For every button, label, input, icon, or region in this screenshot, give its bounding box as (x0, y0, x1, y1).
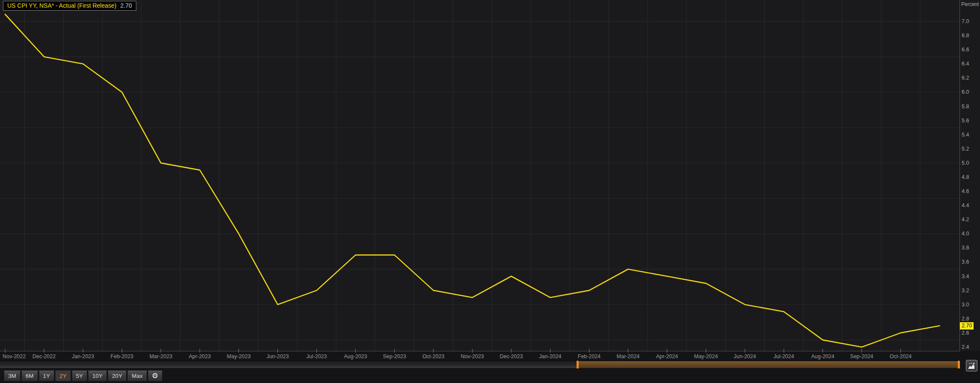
range-button-20y[interactable]: 20Y (108, 371, 127, 381)
x-axis-tick-label: Jul-2023 (306, 353, 327, 360)
y-axis-tick-label: 5.8 (962, 104, 980, 110)
cpi-line-chart[interactable] (0, 0, 980, 364)
x-axis-tick-label: Feb-2024 (578, 353, 601, 360)
x-axis-tick-label: Nov-2022 (3, 353, 26, 360)
x-axis-tick-label: May-2024 (694, 353, 718, 360)
x-axis-tick-label: Aug-2024 (811, 353, 834, 360)
y-axis-tick-label: 7.0 (962, 18, 980, 24)
y-axis-tick-label: 4.2 (962, 217, 980, 223)
x-axis-tick-label: Jun-2023 (267, 353, 289, 360)
x-axis-tick-label: Feb-2023 (111, 353, 134, 360)
chart-window: US CPI YY, NSA* - Actual (First Release)… (0, 0, 980, 383)
y-axis-tick-label: 6.8 (962, 33, 980, 39)
range-button-10y[interactable]: 10Y (88, 371, 107, 381)
y-axis-tick-label: 5.0 (962, 160, 980, 166)
x-axis-tick-label: Sep-2024 (850, 353, 873, 360)
scroll-handle-right[interactable] (958, 361, 960, 368)
scroll-selected-range[interactable] (577, 361, 960, 368)
x-axis-tick-label: Dec-2022 (32, 353, 56, 360)
range-button-6m[interactable]: 6M (21, 371, 38, 381)
y-axis-tick-label: 4.8 (962, 174, 980, 180)
y-axis-tick-label: 3.2 (962, 288, 980, 294)
x-axis-tick-label: Nov-2023 (461, 353, 484, 360)
y-axis-tick-label: 6.4 (962, 61, 980, 67)
x-axis-tick-label: Jul-2024 (774, 353, 794, 360)
series-value: 2.70 (120, 2, 132, 9)
y-axis-tick-label: 4.0 (962, 231, 980, 237)
x-axis-tick-label: Jun-2024 (734, 353, 756, 360)
y-axis-tick-label: 2.4 (962, 344, 980, 350)
x-axis-tick-label: Jan-2023 (72, 353, 94, 360)
chart-export-icon (968, 362, 976, 369)
y-axis-unit-label: Percent (961, 1, 979, 7)
y-axis-tick-label: 3.0 (962, 302, 980, 308)
x-axis-tick-label: Mar-2024 (617, 353, 640, 360)
x-axis-tick-label: Mar-2023 (150, 353, 173, 360)
x-axis-tick-label: Apr-2024 (656, 353, 678, 360)
range-button-3m[interactable]: 3M (4, 371, 21, 381)
series-label: US CPI YY, NSA* - Actual (First Release) (7, 2, 116, 9)
range-button-max[interactable]: Max (127, 371, 147, 381)
x-axis-tick-label: Sep-2023 (383, 353, 406, 360)
x-axis-tick-label: Apr-2023 (189, 353, 211, 360)
scroll-handle-left[interactable] (577, 361, 579, 368)
cpi-series-line (5, 15, 939, 347)
series-legend[interactable]: US CPI YY, NSA* - Actual (First Release)… (3, 1, 136, 11)
range-button-1y[interactable]: 1Y (39, 371, 55, 381)
export-chart-button[interactable] (966, 360, 977, 371)
y-axis-tick-label: 6.0 (962, 89, 980, 95)
gear-icon[interactable]: ⚙ (148, 371, 162, 381)
y-axis-tick-label: 6.2 (962, 75, 980, 81)
y-axis-tick-label: 2.6 (962, 330, 980, 336)
time-range-scrollbar[interactable] (0, 361, 960, 368)
range-button-5y[interactable]: 5Y (72, 371, 88, 381)
x-axis-tick-label: May-2023 (227, 353, 251, 360)
y-axis-tick-label: 3.8 (962, 245, 980, 251)
last-value-badge: 2.70 (960, 322, 974, 330)
y-axis-tick-label: 5.2 (962, 146, 980, 152)
x-axis-tick-label: Dec-2023 (500, 353, 523, 360)
range-toolbar: 3M 6M 1Y 2Y 5Y 10Y 20Y Max ⚙ (4, 371, 163, 381)
y-axis-tick-label: 3.4 (962, 273, 980, 279)
x-axis-tick-label: Jan-2024 (539, 353, 561, 360)
x-axis-tick-label: Oct-2024 (890, 353, 912, 360)
x-axis-tick-label: Oct-2023 (422, 353, 444, 360)
y-axis-tick-label: 3.6 (962, 259, 980, 265)
y-axis-tick-label: 6.6 (962, 47, 980, 53)
y-axis-tick-label: 5.4 (962, 132, 980, 138)
y-axis-tick-label: 4.6 (962, 188, 980, 194)
range-button-2y[interactable]: 2Y (55, 371, 71, 381)
y-axis-tick-label: 2.8 (962, 316, 980, 322)
y-axis-tick-label: 4.4 (962, 202, 980, 208)
y-axis-tick-label: 5.6 (962, 118, 980, 124)
x-axis-tick-label: Aug-2023 (344, 353, 367, 360)
